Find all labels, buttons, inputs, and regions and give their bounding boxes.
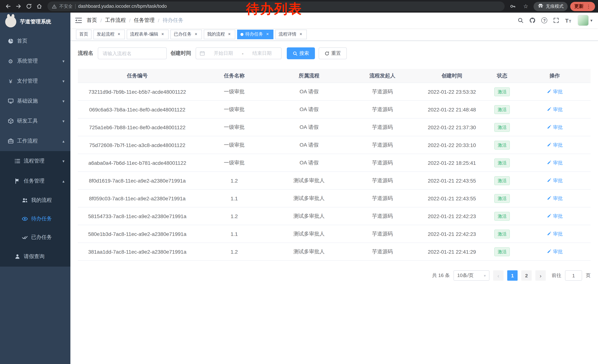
github-icon[interactable] [527,15,538,25]
user-avatar[interactable] [578,15,589,26]
date-range-picker[interactable]: 开始日期 - 结束日期 [196,47,282,59]
refresh-icon [324,51,329,56]
cell-process: OA 请假 [272,83,346,100]
people-icon [22,197,28,203]
monitor-icon [8,98,14,104]
cell-process: 测试多审批人 [272,225,346,243]
person-icon [14,253,20,260]
cell-initiator: 芋道源码 [346,172,418,189]
fullscreen-icon[interactable] [551,15,562,25]
prev-page-button[interactable]: ‹ [493,270,504,281]
cell-process: OA 请假 [272,154,346,171]
help-icon[interactable]: ? [539,15,550,25]
edit-icon [547,142,551,148]
breadcrumb-workflow[interactable]: 工作流程 [105,17,126,24]
table-header: 任务编号 任务名称 所属流程 流程发起人 创建时间 状态 操作 [78,69,590,83]
approve-link[interactable]: 审批 [547,231,563,237]
edit-icon [547,124,551,130]
navbar-tools: ? TT ▾ [515,15,592,26]
close-icon[interactable]: × [227,32,232,37]
edit-icon [547,106,551,112]
edit-icon [547,160,551,166]
sidebar-item-leave-query[interactable]: 请假查询 [0,247,70,267]
menu-dots-icon[interactable]: ⋮ [586,4,591,9]
breadcrumb-task-management[interactable]: 任务管理 [134,17,155,24]
sidebar-item-infrastructure[interactable]: 基础设施 ▾ [0,91,70,111]
reset-button[interactable]: 重置 [319,47,347,59]
sidebar-item-process-management[interactable]: 流程管理 ▾ [0,151,70,171]
cell-create-time: 2022-01-22 20:33:10 [418,136,486,154]
sidebar-item-task-management[interactable]: 任务管理 ▴ [0,171,70,191]
approve-link[interactable]: 审批 [547,124,563,130]
close-icon[interactable]: × [160,32,165,37]
sidebar-collapse-button[interactable] [70,13,87,28]
tab-done-tasks[interactable]: 已办任务× [170,29,202,39]
approve-link[interactable]: 审批 [547,88,563,95]
sidebar-item-todo-tasks[interactable]: 待办任务 [0,210,70,228]
process-name-input[interactable] [98,47,167,59]
font-size-icon[interactable]: TT [563,15,573,25]
reload-button[interactable] [24,1,34,11]
approve-link[interactable]: 审批 [547,248,563,255]
yen-icon: ¥ [8,78,14,84]
tab-start-process[interactable]: 发起流程× [93,29,125,39]
password-key-icon[interactable] [507,1,518,11]
sidebar-item-done-tasks[interactable]: 已办任务 [0,228,70,247]
back-button[interactable] [3,1,13,11]
search-icon[interactable] [515,15,526,25]
tab-home[interactable]: 首页 [76,29,91,39]
edit-icon [547,249,551,255]
sidebar-item-dev-tools[interactable]: 研发工具 ▾ [0,111,70,131]
chevron-down-icon: ▾ [62,99,65,104]
browser-update-button[interactable]: 更新 ⋮ [570,2,595,11]
tab-todo-tasks[interactable]: 待办任务× [237,29,274,39]
close-icon[interactable]: × [193,32,199,37]
cell-task-id: 8f0d1619-7ac8-11ec-a9e2-a2380e71991a [78,172,197,189]
page-button-1[interactable]: 1 [507,270,518,281]
security-label: 不安全 [59,3,73,9]
close-icon[interactable]: × [265,32,270,37]
approve-link[interactable]: 审批 [547,159,563,166]
status-badge: 激活 [494,158,510,167]
cell-initiator: 芋道源码 [346,225,418,243]
logo-image [5,16,16,27]
goto-page-input[interactable] [565,270,582,281]
address-bar[interactable]: 不安全 dashboard.yudao.iocoder.cn/bpm/task/… [47,1,505,11]
sidebar-item-workflow[interactable]: 工作流程 ▴ [0,131,70,151]
sidebar-item-my-processes[interactable]: 我的流程 [0,191,70,210]
approve-link[interactable]: 审批 [547,213,563,219]
app-logo[interactable]: 芋道管理系统 [0,13,70,31]
bookmark-star-icon[interactable]: ☆ [521,1,531,11]
page-size-select[interactable]: 10条/页 ▾ [454,270,490,281]
page-button-2[interactable]: 2 [521,270,532,281]
approve-link[interactable]: 审批 [547,106,563,113]
home-button[interactable] [34,1,44,11]
sidebar: 芋道管理系统 首页 ⚙ 系统管理 ▾ ¥ 支付管理 ▾ [0,13,70,364]
breadcrumb-home[interactable]: 首页 [87,17,97,24]
cell-create-time: 2022-01-21 22:42:23 [418,207,486,225]
tab-process-detail[interactable]: 流程详情× [275,29,307,39]
approve-link[interactable]: 审批 [547,142,563,148]
cell-initiator: 芋道源码 [346,136,418,154]
user-menu[interactable]: ▾ [578,15,592,26]
cell-task-id: 381aa1dd-7ac8-11ec-a9e2-a2380e71991a [78,243,197,260]
chevron-down-icon: ▾ [62,159,65,163]
sidebar-item-home[interactable]: 首页 [0,31,70,51]
next-page-button[interactable]: › [535,270,546,281]
sidebar-item-payment[interactable]: ¥ 支付管理 ▾ [0,71,70,91]
cell-create-time: 2022-01-21 22:43:55 [418,190,486,207]
chevron-down-icon: ▾ [590,18,592,23]
forward-button[interactable] [13,1,24,11]
tab-my-processes[interactable]: 我的流程× [204,29,235,39]
close-icon[interactable]: × [298,32,303,37]
approve-link[interactable]: 审批 [547,177,563,184]
table-row: 8f0d1619-7ac8-11ec-a9e2-a2380e71991a 1.2… [78,172,590,190]
sidebar-item-system[interactable]: ⚙ 系统管理 ▾ [0,51,70,71]
approve-link[interactable]: 审批 [547,195,563,202]
cell-create-time: 2022-01-21 22:43:55 [418,172,486,189]
search-button[interactable]: 搜索 [287,47,315,59]
table-row: 8f059c03-7ac8-11ec-a9e2-a2380e71991a 1.1… [78,190,590,207]
close-icon[interactable]: × [116,32,122,37]
tab-process-form-edit[interactable]: 流程表单-编辑× [127,29,169,39]
incognito-label: 无痕模式 [546,3,564,9]
